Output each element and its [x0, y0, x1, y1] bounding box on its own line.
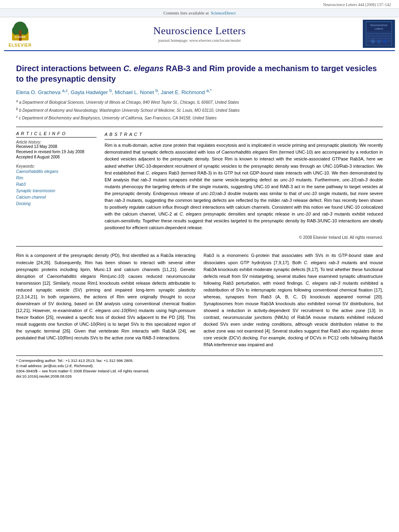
keyword-1: Caenorhabditis elegans [16, 168, 97, 175]
svg-point-15 [371, 39, 375, 43]
body-text: Rim is a component of the presynaptic de… [16, 252, 383, 351]
article-info-title: A R T I C L E I N F O [16, 131, 97, 138]
elsevier-logo: ELSEVIER ELSEVIER [4, 20, 36, 47]
footnote-email: E-mail address: jer@uic.edu (J.E. Richmo… [16, 364, 383, 368]
svg-point-2 [12, 26, 19, 35]
journal-title-block: Neuroscience Letters journal homepage: w… [36, 25, 363, 43]
page-wrapper: Neuroscience Letters 444 (2008) 137–142 … [0, 0, 399, 387]
footnote-issn: 0304-3940/$ – see front matter © 2008 El… [16, 369, 383, 373]
received-date: Received 13 May 2008 [16, 144, 97, 149]
body-col-2: Rab3 is a monomeric G-protein that assoc… [204, 252, 383, 351]
keyword-4: Synaptic transmission [16, 188, 97, 194]
authors: Elena O. Gracheva a,c, Gayla Hadwiger b,… [16, 88, 383, 95]
history-label: Article history: [16, 140, 97, 144]
affiliation-c: c c Department of Biochemistry and Bioph… [16, 114, 383, 121]
journal-url: journal homepage: www.elsevier.com/locat… [36, 38, 363, 43]
body-divider [16, 246, 383, 246]
footnote-section: * Corresponding author. Tel.: +1 312 413… [16, 355, 383, 378]
affiliation-b: b b Department of Anatomy and Neurobiolo… [16, 107, 383, 113]
svg-text:Neuroscience: Neuroscience [370, 24, 388, 27]
abstract-title: A B S T R A C T [105, 131, 383, 140]
journal-title: Neuroscience Letters [36, 25, 363, 37]
accepted-date: Accepted 8 August 2008 [16, 155, 97, 159]
revised-date: Received in revised form 19 July 2008 [16, 150, 97, 154]
science-direct-bar: Contents lists available at ScienceDirec… [0, 8, 399, 17]
abstract-section: A B S T R A C T Rim is a multi-domain, a… [105, 131, 383, 240]
article-content: Direct interactions between C. elegans R… [0, 51, 399, 387]
journal-thumbnail: Neuroscience Letters [363, 20, 395, 48]
keywords-label: Keywords: [16, 164, 97, 168]
svg-point-3 [21, 26, 28, 35]
abstract-text: Rim is a multi-domain, active zone prote… [105, 142, 383, 231]
body-para-2: Rab3 is a monomeric G-protein that assoc… [204, 252, 383, 348]
svg-point-16 [377, 39, 381, 43]
svg-text:ELSEVIER: ELSEVIER [14, 36, 25, 38]
citation-text: Neuroscience Letters 444 (2008) 137–142 [323, 2, 391, 7]
body-col-1: Rim is a component of the presynaptic de… [16, 252, 195, 351]
keyword-2: Rim [16, 175, 97, 181]
footnote-doi: doi:10.1016/j.neulet.2008.08.026 [16, 374, 383, 378]
science-direct-link[interactable]: ScienceDirect [211, 10, 236, 15]
elsevier-label: ELSEVIER [8, 43, 31, 47]
journal-thumb-inner: Neuroscience Letters [364, 20, 394, 48]
body-para-1: Rim is a component of the presynaptic de… [16, 252, 195, 341]
keyword-3: Rab3 [16, 181, 97, 188]
contents-text: Contents lists available at [163, 10, 209, 15]
affiliation-a: a a Department of Biological Sciences, U… [16, 99, 383, 105]
copyright-note: © 2008 Elsevier Ireland Ltd. All rights … [105, 234, 383, 241]
journal-meta-top: Neuroscience Letters 444 (2008) 137–142 [0, 0, 399, 8]
svg-text:Letters: Letters [374, 27, 383, 30]
keywords-section: Keywords: Caenorhabditis elegans Rim Rab… [16, 164, 97, 207]
footnote-corresponding: * Corresponding author. Tel.: +1 312 413… [16, 358, 383, 363]
article-info: A R T I C L E I N F O Article history: R… [16, 131, 97, 240]
article-title: Direct interactions between C. elegans R… [16, 63, 383, 84]
keyword-6: Docking [16, 201, 97, 207]
keyword-5: Calcium channel [16, 194, 97, 201]
info-abstract-section: A R T I C L E I N F O Article history: R… [16, 127, 383, 240]
header-main: ELSEVIER ELSEVIER Neuroscience Letters j… [0, 17, 399, 50]
svg-point-17 [383, 39, 387, 43]
affiliations: a a Department of Biological Sciences, U… [16, 99, 383, 121]
elsevier-tree-icon: ELSEVIER [9, 20, 31, 42]
